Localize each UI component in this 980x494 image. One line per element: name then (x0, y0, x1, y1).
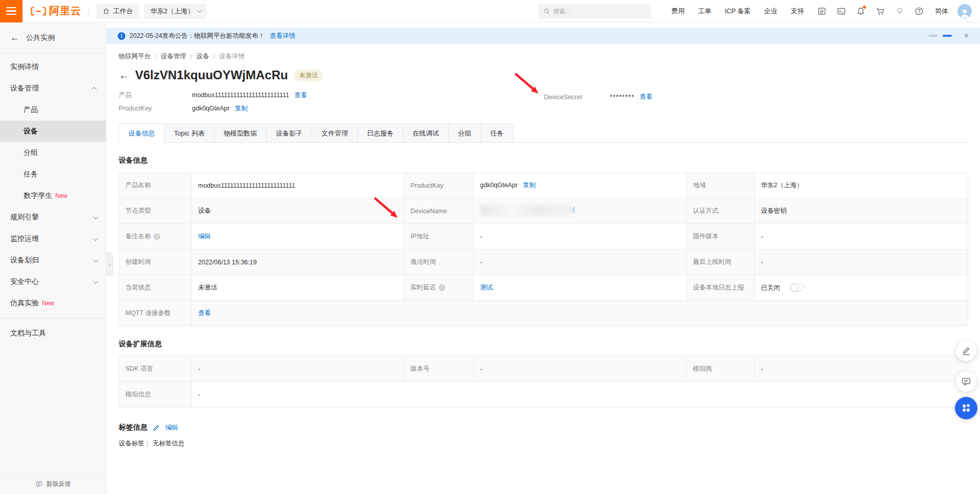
device-info-table: 产品名称modbus111111111111111111111111Produc… (119, 172, 968, 326)
feedback-label: 新版反馈 (47, 480, 71, 488)
tab-4[interactable]: 文件管理 (312, 123, 358, 143)
sidebar-item-label: 数字孪生 (24, 191, 52, 200)
cell-link[interactable]: 编辑 (198, 233, 211, 240)
workbench-button[interactable]: 工作台 (96, 4, 139, 19)
avatar[interactable] (957, 4, 972, 18)
breadcrumb-item-2[interactable]: 设备 (196, 52, 209, 61)
sidebar-item-label: 设备管理 (10, 84, 39, 93)
header-menu-1[interactable]: 工单 (698, 7, 711, 16)
cart-icon[interactable] (876, 7, 885, 16)
alibaba-cloud-logo[interactable]: 阿里云 (30, 4, 81, 18)
header-menu-3[interactable]: 企业 (764, 7, 777, 16)
tab-2[interactable]: 物模型数据 (214, 123, 267, 143)
sidebar-item-10[interactable]: 安全中心 (0, 271, 106, 293)
help-icon[interactable]: ? (439, 284, 445, 291)
sidebar-item-label: 产品 (24, 105, 38, 115)
tag-edit-link[interactable]: 编辑 (165, 423, 178, 432)
tab-8[interactable]: 任务 (481, 123, 513, 143)
table-row: 模组信息- (119, 382, 968, 408)
sidebar-item-11[interactable]: 仿真实验New (0, 293, 106, 314)
header-menu-2[interactable]: ICP 备案 (725, 7, 751, 16)
help-icon[interactable]: ? (154, 233, 160, 240)
region-selector[interactable]: 华东2（上海） (144, 4, 207, 19)
carousel-dash-active[interactable] (943, 35, 952, 37)
cell-label: 节点类型 (119, 198, 192, 224)
banner-close-icon[interactable]: × (964, 31, 969, 40)
tab-3[interactable]: 设备影子 (267, 123, 312, 143)
sidebar-item-label: 文档与工具 (10, 329, 46, 338)
tab-5[interactable]: 日志服务 (358, 123, 403, 143)
cell-link[interactable]: 测试 (480, 284, 493, 291)
cell-label: SDK 语言 (119, 356, 192, 382)
table-row: 节点类型设备DeviceName复制认证方式设备密钥 (119, 198, 968, 224)
chevron-down-icon (93, 279, 98, 284)
breadcrumb-item-0[interactable]: 物联网平台 (119, 52, 151, 61)
cell-value: - (474, 356, 687, 382)
devicename-redacted-value: 复制 (480, 205, 587, 216)
sidebar-collapse-handle[interactable]: ‹ (106, 253, 113, 276)
cell-label: 实时延迟? (404, 275, 474, 301)
apps-float-button[interactable] (955, 397, 977, 419)
tab-6[interactable]: 在线调试 (403, 123, 449, 143)
sidebar-item-8[interactable]: 监控运维 (0, 228, 106, 250)
chat-float-button[interactable] (956, 371, 976, 392)
productkey-copy-link[interactable]: 复制 (235, 104, 248, 113)
cell-value: 设备密钥 (755, 198, 968, 224)
cell-label: 固件版本 (687, 224, 755, 250)
sidebar-back-button[interactable]: ← 公共实例 (0, 23, 106, 53)
device-secret: DeviceSecret ******** 查看 (544, 93, 652, 101)
help-icon[interactable] (914, 7, 924, 16)
sidebar-item-6[interactable]: 数字孪生New (0, 185, 106, 207)
cell-label: 地域 (687, 173, 755, 198)
back-button[interactable]: ← (119, 70, 129, 81)
carousel-dash[interactable] (928, 35, 938, 37)
tab-0[interactable]: 设备信息 (119, 123, 165, 143)
api-icon[interactable] (817, 7, 826, 16)
content: 物联网平台/设备管理/设备/设备详情 ← V6lzVN1kquuOYWjMAcR… (106, 44, 980, 468)
global-search[interactable] (538, 4, 651, 18)
terminal-icon[interactable] (837, 7, 846, 16)
tab-7[interactable]: 分组 (449, 123, 481, 143)
sidebar-item-2[interactable]: 产品 (0, 99, 106, 121)
table-row: 备注名称?编辑IP地址-固件版本- (119, 224, 968, 250)
devicesecret-view-link[interactable]: 查看 (640, 93, 652, 101)
toggle-off[interactable] (790, 283, 805, 291)
cell-value: 查看 (192, 301, 968, 326)
workbench-label: 工作台 (113, 7, 133, 16)
sidebar-item-5[interactable]: 任务 (0, 164, 106, 185)
tab-1[interactable]: Topic 列表 (165, 123, 214, 143)
cell-value: - (755, 250, 968, 275)
sidebar-item-13[interactable]: 文档与工具 (0, 323, 106, 344)
breadcrumb-item-1[interactable]: 设备管理 (161, 52, 186, 61)
sidebar-item-label: 任务 (24, 170, 38, 179)
breadcrumb-separator: / (213, 53, 214, 60)
hamburger-menu-icon[interactable] (0, 0, 23, 23)
divider (89, 7, 89, 16)
sidebar-item-9[interactable]: 设备划归 (0, 250, 106, 271)
feedback-button[interactable]: 新版反馈 (0, 474, 106, 494)
survey-float-button[interactable] (956, 341, 976, 361)
cell-label: 版本号 (404, 356, 474, 382)
banner-detail-link[interactable]: 查看详情 (270, 32, 295, 40)
cell-link[interactable]: 查看 (198, 309, 211, 317)
chevron-down-icon (93, 257, 98, 262)
sidebar-item-0[interactable]: 实例详情 (0, 56, 106, 78)
header-menu-0[interactable]: 费用 (671, 7, 685, 16)
cell-link[interactable]: 复制 (523, 182, 536, 189)
search-input[interactable] (553, 8, 646, 15)
header-menu-4[interactable]: 支持 (791, 7, 804, 16)
cell-label: 激活时间 (404, 250, 474, 275)
feedback-icon (35, 480, 43, 488)
divider (0, 318, 106, 319)
sidebar-item-1[interactable]: 设备管理 (0, 78, 106, 99)
sidebar-item-4[interactable]: 分组 (0, 142, 106, 164)
sidebar-item-3[interactable]: 设备 (0, 121, 106, 142)
bell-icon[interactable] (856, 7, 865, 16)
sidebar-item-label: 设备划归 (10, 256, 39, 265)
lamp-icon[interactable] (895, 7, 904, 16)
pencil-float-icon (961, 346, 971, 356)
sidebar-item-7[interactable]: 规则引擎 (0, 207, 106, 228)
product-view-link[interactable]: 查看 (294, 91, 307, 100)
language-selector[interactable]: 简体 (935, 7, 948, 16)
cell-value: - (755, 356, 968, 382)
